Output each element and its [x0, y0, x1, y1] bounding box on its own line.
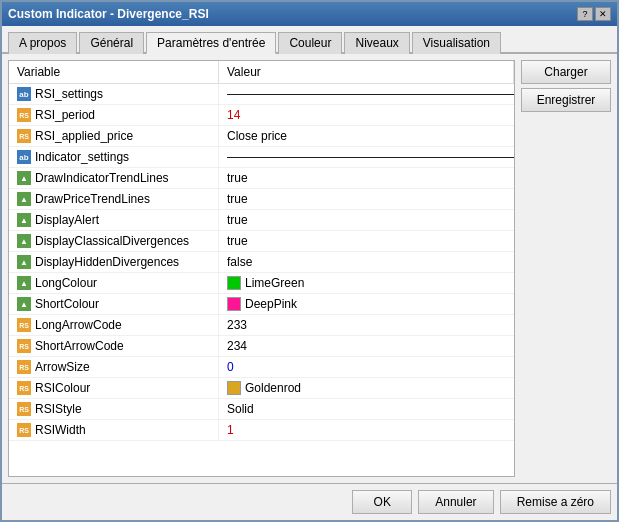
- table-row[interactable]: ▲ LongColour LimeGreen: [9, 273, 514, 294]
- param-name-short-colour: ▲ ShortColour: [9, 294, 219, 314]
- param-value-arrow-size: 0: [219, 357, 514, 377]
- short-colour-swatch: [227, 297, 241, 311]
- param-name-rsi-applied: RS RSI_applied_price: [9, 126, 219, 146]
- param-value-display-classical: true: [219, 231, 514, 251]
- params-table: Variable Valeur ab RSI_settings ————————…: [8, 60, 515, 477]
- tab-niveaux[interactable]: Niveaux: [344, 32, 409, 54]
- param-value-rsi-period: 14: [219, 105, 514, 125]
- main-window: Custom Indicator - Divergence_RSI ? ✕ A …: [0, 0, 619, 522]
- tab-parametres[interactable]: Paramètres d'entrée: [146, 32, 276, 54]
- param-name-rsi-period: RS RSI_period: [9, 105, 219, 125]
- header-variable: Variable: [9, 61, 219, 83]
- window-title: Custom Indicator - Divergence_RSI: [8, 7, 209, 21]
- table-row[interactable]: RS ArrowSize 0: [9, 357, 514, 378]
- param-name-rsi-colour: RS RSIColour: [9, 378, 219, 398]
- type-icon-rs: RS: [17, 381, 31, 395]
- type-icon-rs: RS: [17, 339, 31, 353]
- table-row[interactable]: RS RSI_period 14: [9, 105, 514, 126]
- param-value-rsi-style: Solid: [219, 399, 514, 419]
- tab-apropos[interactable]: A propos: [8, 32, 77, 54]
- tab-visualisation[interactable]: Visualisation: [412, 32, 501, 54]
- type-icon-rs: RS: [17, 318, 31, 332]
- param-value-display-alert: true: [219, 210, 514, 230]
- help-button[interactable]: ?: [577, 7, 593, 21]
- header-valeur: Valeur: [219, 61, 514, 83]
- param-value-rsi-colour: Goldenrod: [219, 378, 514, 398]
- param-value-rsi-width: 1: [219, 420, 514, 440]
- type-icon-ab: ab: [17, 150, 31, 164]
- rsi-colour-swatch: [227, 381, 241, 395]
- table-row[interactable]: ▲ DisplayHiddenDivergences false: [9, 252, 514, 273]
- close-button[interactable]: ✕: [595, 7, 611, 21]
- table-row[interactable]: ▲ DisplayClassicalDivergences true: [9, 231, 514, 252]
- table-row[interactable]: RS RSIWidth 1: [9, 420, 514, 441]
- bottom-bar: OK Annuler Remise a zéro: [2, 483, 617, 520]
- table-row[interactable]: RS LongArrowCode 233: [9, 315, 514, 336]
- type-icon-img: ▲: [17, 255, 31, 269]
- tab-general[interactable]: Général: [79, 32, 144, 54]
- tab-couleur[interactable]: Couleur: [278, 32, 342, 54]
- param-name-long-arrow: RS LongArrowCode: [9, 315, 219, 335]
- param-name-draw-indicator: ▲ DrawIndicatorTrendLines: [9, 168, 219, 188]
- table-row[interactable]: ab Indicator_settings ——————————————————…: [9, 147, 514, 168]
- enregistrer-button[interactable]: Enregistrer: [521, 88, 611, 112]
- type-icon-img: ▲: [17, 297, 31, 311]
- charger-button[interactable]: Charger: [521, 60, 611, 84]
- param-name-display-classical: ▲ DisplayClassicalDivergences: [9, 231, 219, 251]
- table-row[interactable]: ▲ DisplayAlert true: [9, 210, 514, 231]
- title-bar: Custom Indicator - Divergence_RSI ? ✕: [2, 2, 617, 26]
- param-name-short-arrow: RS ShortArrowCode: [9, 336, 219, 356]
- type-icon-rs: RS: [17, 402, 31, 416]
- long-colour-swatch: [227, 276, 241, 290]
- tabs-bar: A propos Général Paramètres d'entrée Cou…: [2, 26, 617, 54]
- type-icon-img: ▲: [17, 171, 31, 185]
- table-row[interactable]: ab RSI_settings ————————————————————————…: [9, 84, 514, 105]
- type-icon-img: ▲: [17, 192, 31, 206]
- param-value-long-colour: LimeGreen: [219, 273, 514, 293]
- param-value-display-hidden: false: [219, 252, 514, 272]
- content-area: Variable Valeur ab RSI_settings ————————…: [2, 54, 617, 483]
- param-name-rsi-width: RS RSIWidth: [9, 420, 219, 440]
- param-value-indicator-settings: ————————————————————————————————: [219, 147, 515, 167]
- title-buttons: ? ✕: [577, 7, 611, 21]
- table-row[interactable]: ▲ DrawIndicatorTrendLines true: [9, 168, 514, 189]
- param-name-display-hidden: ▲ DisplayHiddenDivergences: [9, 252, 219, 272]
- type-icon-img: ▲: [17, 213, 31, 227]
- param-name-display-alert: ▲ DisplayAlert: [9, 210, 219, 230]
- param-name-arrow-size: RS ArrowSize: [9, 357, 219, 377]
- type-icon-rs: RS: [17, 360, 31, 374]
- param-value-short-colour: DeepPink: [219, 294, 514, 314]
- ok-button[interactable]: OK: [352, 490, 412, 514]
- param-name-indicator-settings: ab Indicator_settings: [9, 147, 219, 167]
- param-name-long-colour: ▲ LongColour: [9, 273, 219, 293]
- table-row[interactable]: RS RSIStyle Solid: [9, 399, 514, 420]
- table-row[interactable]: ▲ DrawPriceTrendLines true: [9, 189, 514, 210]
- param-value-long-arrow: 233: [219, 315, 514, 335]
- type-icon-ab: ab: [17, 87, 31, 101]
- param-value-rsi-applied: Close price: [219, 126, 514, 146]
- type-icon-img: ▲: [17, 234, 31, 248]
- table-row[interactable]: RS ShortArrowCode 234: [9, 336, 514, 357]
- type-icon-img: ▲: [17, 276, 31, 290]
- table-header: Variable Valeur: [9, 61, 514, 84]
- remise-button[interactable]: Remise a zéro: [500, 490, 611, 514]
- right-panel: Charger Enregistrer: [521, 60, 611, 477]
- type-icon-rs: RS: [17, 423, 31, 437]
- table-row[interactable]: ▲ ShortColour DeepPink: [9, 294, 514, 315]
- param-value-rsi-settings: ————————————————————————————————: [219, 84, 515, 104]
- type-icon-rs: RS: [17, 129, 31, 143]
- param-name-draw-price: ▲ DrawPriceTrendLines: [9, 189, 219, 209]
- param-value-draw-price: true: [219, 189, 514, 209]
- param-value-short-arrow: 234: [219, 336, 514, 356]
- table-row[interactable]: RS RSIColour Goldenrod: [9, 378, 514, 399]
- param-name-rsi-style: RS RSIStyle: [9, 399, 219, 419]
- type-icon-rs: RS: [17, 108, 31, 122]
- param-value-draw-indicator: true: [219, 168, 514, 188]
- annuler-button[interactable]: Annuler: [418, 490, 493, 514]
- table-row[interactable]: RS RSI_applied_price Close price: [9, 126, 514, 147]
- param-name-rsi-settings: ab RSI_settings: [9, 84, 219, 104]
